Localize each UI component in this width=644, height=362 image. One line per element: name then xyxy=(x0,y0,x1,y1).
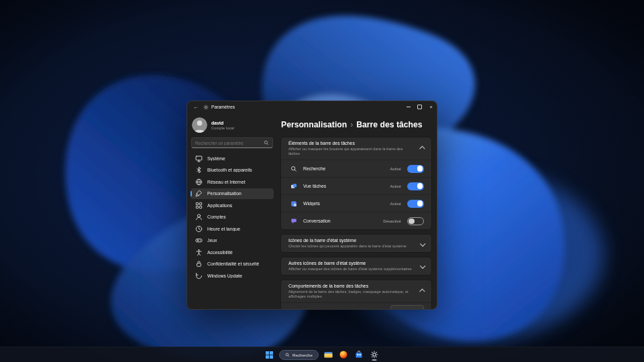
sidebar-nav: Système Bluetooth et appareils Réseau et… xyxy=(191,153,274,281)
row-conversation: Conversation Désactivé xyxy=(281,212,431,229)
sidebar-item-personnalisation[interactable]: Personnalisation xyxy=(191,188,274,199)
sidebar-item-label: Personnalisation xyxy=(207,191,241,196)
apps-icon xyxy=(195,202,203,209)
alignment-dropdown[interactable]: Centre xyxy=(390,305,424,309)
maximize-button[interactable] xyxy=(414,101,425,113)
window-controls: × xyxy=(402,101,437,113)
sidebar-item-systeme[interactable]: Système xyxy=(191,153,274,164)
windows-logo-icon xyxy=(266,351,273,359)
time-language-icon xyxy=(195,225,203,233)
toggle-recherche[interactable] xyxy=(407,165,424,173)
card-description: Alignement de la barre des tâches, badge… xyxy=(288,290,415,300)
user-name: david xyxy=(211,121,234,125)
page-title: Barre des tâches xyxy=(356,120,422,129)
sidebar-item-label: Système xyxy=(207,156,225,161)
accounts-icon xyxy=(195,213,203,221)
chat-icon xyxy=(290,218,297,225)
sidebar-item-confidentialite[interactable]: Confidentialité et sécurité xyxy=(191,259,274,269)
chevron-up-icon xyxy=(419,289,425,294)
card-behaviors: Comportements de la barre des tâches Ali… xyxy=(280,280,432,309)
gaming-icon xyxy=(195,237,203,244)
chevron-down-icon xyxy=(419,241,425,246)
sidebar-item-accessibilite[interactable]: Accessibilité xyxy=(191,247,274,257)
card-tray-icons: Icônes de la barre d'état système Choisi… xyxy=(280,234,432,253)
sidebar-item-label: Heure et langue xyxy=(207,227,240,231)
sidebar-item-jeux[interactable]: Jeux xyxy=(191,235,274,246)
sidebar-item-label: Réseau et Internet xyxy=(207,180,246,184)
card-taskbar-items-header[interactable]: Éléments de la barre des tâches Afficher… xyxy=(281,137,431,160)
chevron-down-icon xyxy=(419,263,425,269)
network-globe-icon xyxy=(195,178,203,186)
toggle-vue-taches[interactable] xyxy=(407,182,424,190)
search-icon xyxy=(264,140,269,145)
taskbar-search[interactable]: Recherche xyxy=(279,350,319,360)
start-button[interactable] xyxy=(264,349,275,361)
sidebar-item-comptes[interactable]: Comptes xyxy=(191,212,274,223)
sidebar-item-bluetooth[interactable]: Bluetooth et appareils xyxy=(191,165,274,176)
system-icon xyxy=(195,155,203,162)
card-description: Afficher ou masquer des icônes de barre … xyxy=(288,267,415,272)
card-other-tray-icons-header[interactable]: Autres icônes de barre d'état système Af… xyxy=(281,257,431,275)
card-description: Afficher ou masquer les boutons qui appa… xyxy=(288,147,415,157)
card-tray-icons-header[interactable]: Icônes de la barre d'état système Choisi… xyxy=(281,235,431,252)
widgets-icon xyxy=(290,200,297,207)
selected-indicator xyxy=(191,191,192,196)
sidebar-item-windows-update[interactable]: Windows Update xyxy=(191,270,274,281)
toggle-widgets[interactable] xyxy=(407,200,424,208)
row-label: Conversation xyxy=(303,219,383,223)
personalization-icon xyxy=(195,190,203,197)
sidebar: david Compte local Système xyxy=(187,113,277,309)
bluetooth-icon xyxy=(195,166,203,174)
sidebar-item-reseau[interactable]: Réseau et Internet xyxy=(191,176,274,187)
toggle-conversation[interactable] xyxy=(407,217,424,225)
minimize-button[interactable] xyxy=(402,101,414,113)
sidebar-item-label: Comptes xyxy=(207,215,226,219)
sidebar-item-label: Confidentialité et sécurité xyxy=(207,261,259,266)
breadcrumb-separator-icon: › xyxy=(350,120,353,129)
toggle-state-label: Activé xyxy=(390,184,401,188)
sidebar-item-label: Windows Update xyxy=(207,274,242,278)
user-account[interactable]: david Compte local xyxy=(191,114,274,137)
card-description: Choisir les icônes qui peuvent apparaîtr… xyxy=(288,244,415,249)
close-button[interactable]: × xyxy=(425,101,437,113)
card-title: Éléments de la barre des tâches xyxy=(288,141,415,145)
search-icon xyxy=(290,166,297,172)
card-title: Icônes de la barre d'état système xyxy=(288,238,415,243)
taskbar: Recherche xyxy=(0,347,644,362)
row-recherche: Recherche Activé xyxy=(281,160,431,177)
settings-content: Personnalisation › Barre des tâches Élém… xyxy=(277,113,437,309)
toggle-state-label: Activé xyxy=(390,166,401,171)
sidebar-item-heure-langue[interactable]: Heure et langue xyxy=(191,223,274,234)
store-icon[interactable] xyxy=(354,349,365,361)
row-label: Alignement de la barre des tâches xyxy=(290,308,390,309)
search-input[interactable] xyxy=(195,141,264,145)
row-label: Widgets xyxy=(303,201,390,206)
sidebar-item-applications[interactable]: Applications xyxy=(191,200,274,210)
card-other-tray-icons: Autres icônes de barre d'état système Af… xyxy=(280,257,432,276)
row-alignment: Alignement de la barre des tâches Centre xyxy=(281,302,431,309)
back-button[interactable]: ← xyxy=(190,101,202,113)
card-behaviors-header[interactable]: Comportements de la barre des tâches Ali… xyxy=(281,280,431,302)
sidebar-item-label: Bluetooth et appareils xyxy=(207,168,252,172)
sidebar-item-label: Accessibilité xyxy=(207,250,233,255)
toggle-state-label: Activé xyxy=(390,201,401,206)
row-widgets: Widgets Activé xyxy=(281,194,431,212)
accessibility-icon xyxy=(195,249,203,256)
window-title: Paramètres xyxy=(211,105,235,109)
file-explorer-icon[interactable] xyxy=(323,349,334,361)
card-title: Comportements de la barre des tâches xyxy=(288,284,415,288)
titlebar: ← Paramètres × xyxy=(187,101,437,113)
settings-icon[interactable] xyxy=(369,349,380,361)
update-icon xyxy=(195,272,203,280)
card-title: Autres icônes de barre d'état système xyxy=(288,261,415,265)
settings-app-icon xyxy=(203,105,209,110)
breadcrumb-parent[interactable]: Personnalisation xyxy=(281,120,347,129)
settings-search[interactable] xyxy=(191,137,273,148)
row-label: Recherche xyxy=(303,166,390,171)
toggle-state-label: Désactivé xyxy=(383,219,401,223)
dropdown-value: Centre xyxy=(396,308,410,309)
breadcrumb: Personnalisation › Barre des tâches xyxy=(281,120,432,129)
card-taskbar-items: Éléments de la barre des tâches Afficher… xyxy=(280,137,432,230)
firefox-icon[interactable] xyxy=(338,349,350,361)
chevron-down-icon xyxy=(414,308,419,309)
